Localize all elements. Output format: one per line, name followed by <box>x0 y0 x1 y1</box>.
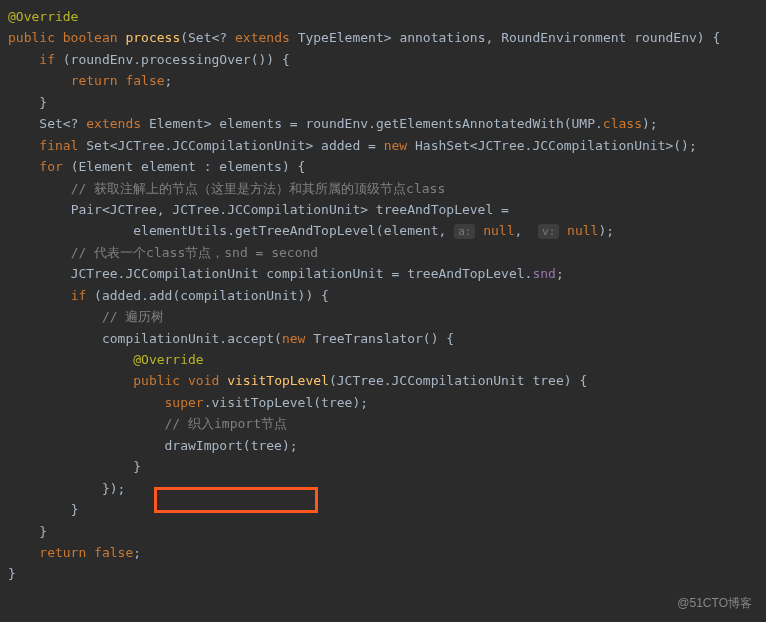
watermark: @51CTO博客 <box>677 594 752 614</box>
method-visittoplevel: visitTopLevel <box>227 373 329 388</box>
keyword-if: if <box>71 288 87 303</box>
comment: // 遍历树 <box>102 309 164 324</box>
brace: } <box>8 566 16 581</box>
keyword-null: null <box>483 223 514 238</box>
code-text: .visitTopLevel(tree); <box>204 395 368 410</box>
comment: // 织入import节点 <box>165 416 287 431</box>
code-text: (added.add(compilationUnit)) { <box>94 288 329 303</box>
comment: // 代表一个class节点，snd = second <box>71 245 319 260</box>
keyword-if: if <box>39 52 55 67</box>
keyword-return: return false <box>71 73 165 88</box>
code-text: (Set<? <box>180 30 227 45</box>
override-annotation: @Override <box>133 352 203 367</box>
keyword-void: void <box>188 373 219 388</box>
keyword-public: public <box>8 30 55 45</box>
keyword-new: new <box>282 331 305 346</box>
code-text: Set<? <box>39 116 78 131</box>
keyword-super: super <box>165 395 204 410</box>
code-text: compilationUnit.accept( <box>102 331 282 346</box>
brace: } <box>71 502 79 517</box>
keyword-final: final <box>39 138 78 153</box>
brace: } <box>39 524 47 539</box>
keyword-public: public <box>133 373 180 388</box>
code-text: (Element element : elements) { <box>71 159 306 174</box>
comment: // 获取注解上的节点（这里是方法）和其所属的顶级节点class <box>71 181 446 196</box>
brace: }); <box>102 481 125 496</box>
keyword-return: return false <box>39 545 133 560</box>
keyword-boolean: boolean <box>63 30 118 45</box>
keyword-extends: extends <box>235 30 290 45</box>
param-hint: v: <box>538 224 559 239</box>
code-text: TreeTranslator() { <box>313 331 454 346</box>
keyword-new: new <box>384 138 407 153</box>
code-text: (roundEnv.processingOver()) { <box>63 52 290 67</box>
method-process: process <box>125 30 180 45</box>
brace: } <box>133 459 141 474</box>
keyword-extends: extends <box>86 116 141 131</box>
param-hint: a: <box>454 224 475 239</box>
highlighted-code: drawImport(tree); <box>165 438 298 453</box>
code-text: ; <box>133 545 141 560</box>
brace: } <box>39 95 47 110</box>
code-text: ; <box>556 266 564 281</box>
keyword-for: for <box>39 159 62 174</box>
keyword-class: class <box>603 116 642 131</box>
code-text: HashSet<JCTree.JCCompilationUnit>(); <box>415 138 697 153</box>
code-text: (JCTree.JCCompilationUnit tree) { <box>329 373 587 388</box>
field-snd: snd <box>532 266 555 281</box>
code-text: JCTree.JCCompilationUnit compilationUnit… <box>71 266 533 281</box>
code-text: ); <box>642 116 658 131</box>
keyword-null: null <box>567 223 598 238</box>
code-text: Pair<JCTree, JCTree.JCCompilationUnit> t… <box>71 202 509 217</box>
code-text: ; <box>165 73 173 88</box>
code-block: @Override public boolean process(Set<? e… <box>8 6 758 585</box>
code-text: Set<JCTree.JCCompilationUnit> added = <box>86 138 376 153</box>
override-annotation: @Override <box>8 9 78 24</box>
code-text: ); <box>598 223 614 238</box>
code-text: Element> elements = roundEnv.getElements… <box>149 116 603 131</box>
code-text: , <box>515 223 523 238</box>
code-text: TypeElement> annotations, RoundEnvironme… <box>298 30 721 45</box>
code-text: elementUtils.getTreeAndTopLevel(element, <box>133 223 446 238</box>
